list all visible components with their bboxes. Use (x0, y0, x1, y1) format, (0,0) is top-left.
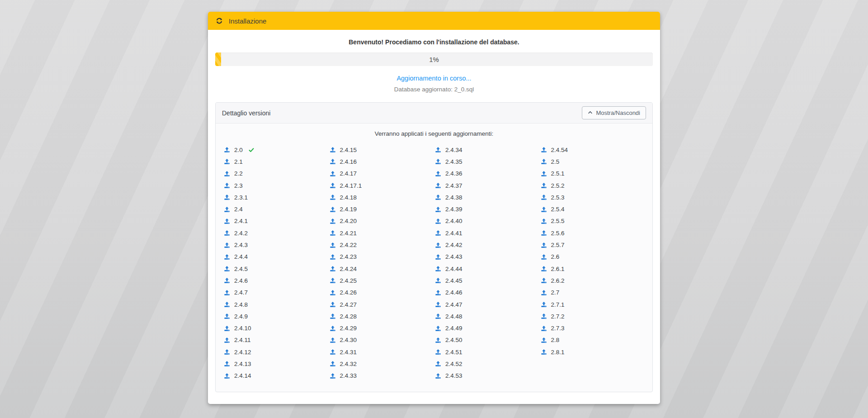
version-item: 2.7.3 (541, 322, 645, 334)
version-item: 2.4.37 (435, 180, 539, 191)
version-label: 2.4.35 (445, 158, 462, 165)
version-label: 2.4.52 (445, 361, 462, 367)
upload-icon (541, 277, 547, 284)
version-item: 2.4 (224, 203, 328, 215)
updates-intro: Verranno applicati i seguenti aggiorname… (224, 130, 644, 137)
version-label: 2.4.27 (340, 301, 357, 308)
upload-icon (224, 301, 230, 308)
version-item: 2.2 (224, 168, 328, 180)
chevron-up-icon (588, 109, 593, 116)
version-item: 2.4.52 (435, 358, 539, 370)
upload-icon (224, 313, 230, 319)
version-item: 2.4.44 (435, 263, 539, 275)
version-label: 2.4.45 (445, 277, 462, 284)
versions-grid: 2.02.12.22.32.3.12.42.4.12.4.22.4.32.4.4… (224, 144, 644, 382)
install-card: Installazione Benvenuto! Procediamo con … (208, 12, 660, 404)
version-label: 2.4.20 (340, 218, 357, 224)
version-item: 2.4.23 (330, 251, 434, 263)
version-label: 2.4.15 (340, 147, 357, 153)
upload-icon (330, 206, 336, 213)
upload-icon (541, 242, 547, 248)
version-label: 2.1 (234, 158, 243, 165)
version-item: 2.4.12 (224, 346, 328, 358)
status-updating: Aggiornamento in corso... (215, 75, 653, 82)
version-item: 2.4.19 (330, 203, 434, 215)
version-label: 2.5.4 (551, 206, 565, 213)
version-item: 2.4.41 (435, 227, 539, 239)
versions-panel-body: Verranno applicati i seguenti aggiorname… (216, 124, 652, 392)
toggle-versions-label: Mostra/Nascondi (596, 109, 640, 116)
upload-icon (435, 349, 441, 355)
version-label: 2.4.43 (445, 253, 462, 260)
upload-icon (435, 218, 441, 224)
upload-icon (435, 182, 441, 189)
upload-icon (330, 325, 336, 332)
version-item: 2.4.13 (224, 358, 328, 370)
version-item: 2.0 (224, 144, 328, 156)
version-label: 2.4.28 (340, 313, 357, 320)
version-item: 2.4.20 (330, 215, 434, 227)
version-label: 2.4.2 (234, 230, 248, 237)
upload-icon (330, 254, 336, 260)
version-item: 2.4.1 (224, 215, 328, 227)
version-label: 2.4.53 (445, 372, 462, 379)
upload-icon (330, 218, 336, 224)
version-item: 2.4.27 (330, 299, 434, 310)
version-label: 2.0 (234, 147, 243, 153)
upload-icon (224, 254, 230, 260)
progress-fill (215, 52, 221, 66)
version-label: 2.4.29 (340, 325, 357, 332)
version-item: 2.4.17 (330, 168, 434, 180)
version-label: 2.4.4 (234, 253, 248, 260)
version-label: 2.4.22 (340, 242, 357, 248)
version-item: 2.4.43 (435, 251, 539, 263)
version-label: 2.4.10 (234, 325, 251, 332)
version-item: 2.4.48 (435, 310, 539, 322)
version-item: 2.4.28 (330, 310, 434, 322)
version-item: 2.1 (224, 156, 328, 167)
upload-icon (330, 158, 336, 165)
version-item: 2.4.17.1 (330, 180, 434, 191)
version-label: 2.4.12 (234, 349, 251, 356)
upload-icon (435, 171, 441, 177)
version-label: 2.4.23 (340, 253, 357, 260)
version-label: 2.8.1 (551, 349, 565, 356)
version-item: 2.4.29 (330, 322, 434, 334)
upload-icon (541, 337, 547, 343)
toggle-versions-button[interactable]: Mostra/Nascondi (582, 106, 646, 119)
version-label: 2.5.2 (551, 182, 565, 189)
version-item: 2.4.4 (224, 251, 328, 263)
version-item: 2.4.39 (435, 203, 539, 215)
version-item: 2.4.5 (224, 263, 328, 275)
versions-column: 2.4.542.52.5.12.5.22.5.32.5.42.5.52.5.62… (541, 144, 645, 382)
card-body: Benvenuto! Procediamo con l'installazion… (208, 38, 660, 404)
versions-panel-header: Dettaglio versioni Mostra/Nascondi (216, 103, 652, 124)
version-item: 2.4.36 (435, 168, 539, 180)
upload-icon (541, 301, 547, 308)
version-label: 2.4.8 (234, 301, 248, 308)
upload-icon (435, 361, 441, 367)
upload-icon (330, 301, 336, 308)
version-label: 2.4.19 (340, 206, 357, 213)
upload-icon (330, 242, 336, 248)
version-item: 2.4.15 (330, 144, 434, 156)
upload-icon (224, 325, 230, 332)
card-header: Installazione (208, 12, 660, 30)
upload-icon (435, 290, 441, 296)
version-label: 2.4.54 (551, 147, 568, 153)
version-label: 2.4.30 (340, 337, 357, 343)
upload-icon (435, 266, 441, 272)
upload-icon (541, 254, 547, 260)
version-label: 2.3.1 (234, 194, 248, 201)
version-item: 2.4.50 (435, 334, 539, 346)
versions-column: 2.02.12.22.32.3.12.42.4.12.4.22.4.32.4.4… (224, 144, 328, 382)
page: { "header": { "title": "Installazione", … (0, 0, 868, 418)
upload-icon (435, 254, 441, 260)
version-item: 2.5.7 (541, 239, 645, 251)
version-item: 2.4.16 (330, 156, 434, 167)
version-label: 2.5.3 (551, 194, 565, 201)
upload-icon (330, 147, 336, 153)
version-label: 2.4.17 (340, 170, 357, 177)
progress-percent-label: 1% (429, 56, 439, 63)
version-item: 2.4.26 (330, 287, 434, 299)
